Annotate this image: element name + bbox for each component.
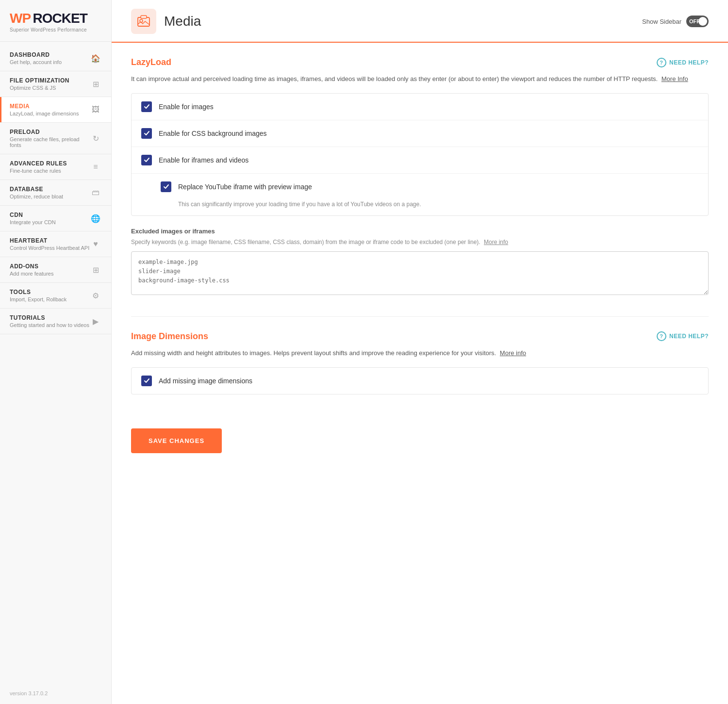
option-row-add-dims: Add missing image dimensions <box>132 368 708 394</box>
logo: WP ROCKET Superior WordPress Performance <box>0 0 111 42</box>
sidebar-item-tools[interactable]: TOOLS Import, Export, Rollback ⚙ <box>0 283 111 309</box>
nav-item-subtitle-advanced-rules: Fine-tune cache rules <box>10 168 67 174</box>
nav-item-subtitle-heartbeat: Control WordPress Heartbeat API <box>10 245 89 251</box>
nav-item-icon-heartbeat: ♥ <box>90 238 101 250</box>
sidebar-item-tutorials[interactable]: TUTORIALS Getting started and how to vid… <box>0 309 111 334</box>
sidebar-toggle[interactable]: Show Sidebar OFF <box>642 16 709 27</box>
sidebar-item-preload[interactable]: PRELOAD Generate cache files, preload fo… <box>0 123 111 154</box>
nav-item-icon-tools: ⚙ <box>90 290 101 301</box>
image-dimensions-need-help[interactable]: ? NEED HELP? <box>657 331 709 341</box>
option-label-iframes: Enable for iframes and videos <box>159 156 248 164</box>
nav-item-subtitle-tutorials: Getting started and how to videos <box>10 322 89 328</box>
need-help-label-dims: NEED HELP? <box>669 333 709 340</box>
nav-item-icon-tutorials: ▶ <box>90 315 101 327</box>
nav-item-icon-advanced-rules: ≡ <box>90 161 101 173</box>
sidebar-item-media[interactable]: MEDIA LazyLoad, image dimensions 🖼 <box>0 97 111 123</box>
nav-item-title-media: MEDIA <box>10 103 79 110</box>
nav-item-title-tutorials: TUTORIALS <box>10 314 89 321</box>
main-header: Media Show Sidebar OFF <box>112 0 728 43</box>
image-dimensions-section: Image Dimensions ? NEED HELP? Add missin… <box>131 331 709 394</box>
checkbox-replace-youtube[interactable] <box>161 181 171 192</box>
nav-item-title-advanced-rules: ADVANCED RULES <box>10 160 67 167</box>
toggle-switch[interactable]: OFF <box>686 16 709 27</box>
excluded-section: Excluded images or iframes Specify keywo… <box>131 228 709 297</box>
page-icon <box>131 9 156 34</box>
checkbox-enable-css-bg[interactable] <box>141 128 152 139</box>
nav-item-subtitle-cdn: Integrate your CDN <box>10 219 56 225</box>
lazyload-header: LazyLoad ? NEED HELP? <box>131 57 709 67</box>
nav-item-subtitle-tools: Import, Export, Rollback <box>10 296 66 302</box>
lazyload-options-box: Enable for images Enable for CSS backgro… <box>131 93 709 216</box>
sidebar-item-database[interactable]: DATABASE Optimize, reduce bloat 🗃 <box>0 180 111 206</box>
logo-rocket: ROCKET <box>33 11 87 26</box>
image-dimensions-desc: Add missing width and height attributes … <box>131 348 709 359</box>
sidebar-item-add-ons[interactable]: ADD-ONS Add more features ⊞ <box>0 257 111 283</box>
nav-item-icon-add-ons: ⊞ <box>90 264 101 276</box>
nav-item-subtitle-media: LazyLoad, image dimensions <box>10 111 79 116</box>
option-row-images: Enable for images <box>132 94 708 120</box>
nav-item-title-dashboard: DASHBOARD <box>10 51 62 58</box>
lazyload-need-help[interactable]: ? NEED HELP? <box>657 58 709 67</box>
nav-item-icon-cdn: 🌐 <box>90 213 101 224</box>
nav-item-icon-database: 🗃 <box>90 187 101 198</box>
need-help-label: NEED HELP? <box>669 59 709 66</box>
nav-item-icon-dashboard: 🏠 <box>90 52 101 64</box>
sidebar-nav: DASHBOARD Get help, account info 🏠 FILE … <box>0 42 111 683</box>
sidebar-item-advanced-rules[interactable]: ADVANCED RULES Fine-tune cache rules ≡ <box>0 154 111 180</box>
excluded-more-info-link[interactable]: More info <box>484 239 508 246</box>
toggle-off-label: OFF <box>689 18 700 24</box>
option-label-add-dims: Add missing image dimensions <box>159 377 252 385</box>
sidebar-item-file-optimization[interactable]: FILE OPTIMIZATION Optimize CSS & JS ⊞ <box>0 71 111 97</box>
image-dimensions-title: Image Dimensions <box>131 331 208 342</box>
header-left: Media <box>131 9 201 34</box>
sidebar-item-heartbeat[interactable]: HEARTBEAT Control WordPress Heartbeat AP… <box>0 231 111 257</box>
sidebar: WP ROCKET Superior WordPress Performance… <box>0 0 112 704</box>
logo-wp: WP <box>10 11 31 26</box>
nav-item-subtitle-dashboard: Get help, account info <box>10 59 62 65</box>
checkbox-enable-images[interactable] <box>141 101 152 112</box>
image-dimensions-options-box: Add missing image dimensions <box>131 367 709 394</box>
nav-item-subtitle-file-optimization: Optimize CSS & JS <box>10 85 69 91</box>
page-title: Media <box>164 14 201 29</box>
main-area: Media Show Sidebar OFF LazyLoad ? NEED H… <box>112 0 728 704</box>
lazyload-more-info-link[interactable]: More Info <box>662 75 688 82</box>
nav-item-subtitle-database: Optimize, reduce bloat <box>10 194 63 199</box>
nav-item-icon-media: 🖼 <box>90 104 101 115</box>
nav-item-title-database: DATABASE <box>10 186 63 193</box>
sidebar-item-dashboard[interactable]: DASHBOARD Get help, account info 🏠 <box>0 46 111 71</box>
nav-item-title-add-ons: ADD-ONS <box>10 263 54 270</box>
lazyload-section: LazyLoad ? NEED HELP? It can improve act… <box>131 57 709 297</box>
option-label-youtube: Replace YouTube iframe with preview imag… <box>178 183 312 191</box>
excluded-desc: Specify keywords (e.g. image filename, C… <box>131 238 709 246</box>
option-label-css-bg: Enable for CSS background images <box>159 130 267 137</box>
option-row-css-bg: Enable for CSS background images <box>132 120 708 147</box>
option-label-images: Enable for images <box>159 103 214 111</box>
nav-item-subtitle-preload: Generate cache files, preload fonts <box>10 136 90 148</box>
nav-item-title-heartbeat: HEARTBEAT <box>10 237 89 244</box>
image-dims-more-info-link[interactable]: More info <box>500 349 526 357</box>
nav-item-title-file-optimization: FILE OPTIMIZATION <box>10 77 69 84</box>
help-icon-dims: ? <box>657 331 666 341</box>
checkbox-add-dims[interactable] <box>141 376 152 386</box>
main-content: LazyLoad ? NEED HELP? It can improve act… <box>112 43 728 704</box>
youtube-label-wrap: Replace YouTube iframe with preview imag… <box>161 181 312 192</box>
show-sidebar-label: Show Sidebar <box>642 18 681 25</box>
image-dimensions-header: Image Dimensions ? NEED HELP? <box>131 331 709 342</box>
sidebar-item-cdn[interactable]: CDN Integrate your CDN 🌐 <box>0 206 111 231</box>
section-divider <box>131 316 709 317</box>
nav-item-subtitle-add-ons: Add more features <box>10 271 54 277</box>
checkbox-enable-iframes[interactable] <box>141 155 152 165</box>
nav-item-title-tools: TOOLS <box>10 289 66 295</box>
svg-rect-2 <box>141 16 147 18</box>
lazyload-title: LazyLoad <box>131 57 171 67</box>
help-icon: ? <box>657 58 666 67</box>
excluded-title: Excluded images or iframes <box>131 228 709 235</box>
option-row-youtube: Replace YouTube iframe with preview imag… <box>132 174 708 215</box>
nav-item-title-preload: PRELOAD <box>10 129 90 135</box>
logo-tagline: Superior WordPress Performance <box>10 27 101 33</box>
save-changes-button[interactable]: SAVE CHANGES <box>131 428 222 453</box>
nav-item-icon-preload: ↻ <box>90 132 101 144</box>
option-row-iframes: Enable for iframes and videos <box>132 147 708 174</box>
nav-item-icon-file-optimization: ⊞ <box>90 78 101 90</box>
excluded-textarea[interactable] <box>131 251 709 295</box>
